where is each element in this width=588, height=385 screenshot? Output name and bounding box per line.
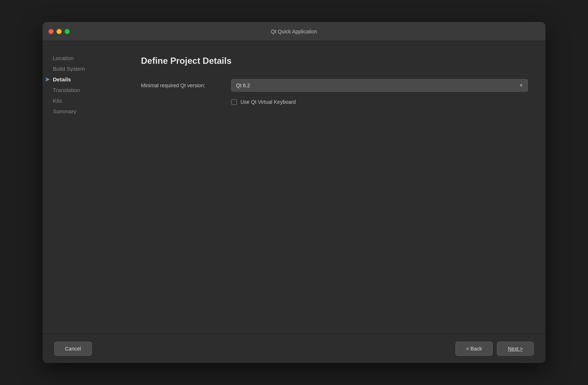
arrow-icon: ➤ bbox=[45, 76, 50, 83]
window-title: Qt Quick Application bbox=[271, 29, 317, 34]
minimize-button[interactable] bbox=[57, 29, 62, 34]
sidebar-item-translation[interactable]: Translation bbox=[53, 85, 123, 95]
next-button[interactable]: Next > bbox=[497, 342, 534, 356]
traffic-lights bbox=[48, 29, 70, 34]
virtual-keyboard-label: Use Qt Virtual Keyboard bbox=[240, 99, 296, 105]
cancel-button[interactable]: Cancel bbox=[54, 342, 92, 356]
sidebar-item-kits[interactable]: Kits bbox=[53, 95, 123, 106]
page-title: Define Project Details bbox=[141, 56, 528, 66]
title-bar: Qt Quick Application bbox=[43, 22, 545, 41]
footer: Cancel < Back Next > bbox=[43, 334, 545, 363]
qt-version-dropdown-container: Qt 6.2 Qt 6.1 Qt 6.0 Qt 5.15 ▼ bbox=[231, 79, 528, 92]
sidebar: Location Build System ➤ Details Translat… bbox=[43, 41, 123, 334]
sidebar-item-label: Details bbox=[53, 76, 71, 82]
qt-version-select[interactable]: Qt 6.2 Qt 6.1 Qt 6.0 Qt 5.15 bbox=[231, 79, 528, 92]
virtual-keyboard-row: Use Qt Virtual Keyboard bbox=[141, 99, 528, 105]
sidebar-item-label: Build System bbox=[53, 66, 85, 72]
sidebar-item-label: Translation bbox=[53, 87, 80, 93]
maximize-button[interactable] bbox=[65, 29, 70, 34]
sidebar-item-label: Kits bbox=[53, 98, 62, 104]
sidebar-item-details[interactable]: ➤ Details bbox=[53, 74, 123, 85]
content-area: Location Build System ➤ Details Translat… bbox=[43, 41, 545, 334]
sidebar-item-label: Location bbox=[53, 55, 74, 61]
close-button[interactable] bbox=[48, 29, 54, 34]
sidebar-item-build-system[interactable]: Build System bbox=[53, 63, 123, 74]
main-content: Define Project Details Minimal required … bbox=[123, 41, 545, 334]
back-button[interactable]: < Back bbox=[455, 342, 493, 356]
sidebar-item-summary[interactable]: Summary bbox=[53, 106, 123, 117]
main-window: Qt Quick Application Location Build Syst… bbox=[43, 22, 545, 363]
qt-version-row: Minimal required Qt version: Qt 6.2 Qt 6… bbox=[141, 79, 528, 92]
footer-right-buttons: < Back Next > bbox=[455, 342, 534, 356]
sidebar-item-label: Summary bbox=[53, 108, 76, 114]
qt-version-label: Minimal required Qt version: bbox=[141, 82, 225, 88]
sidebar-item-location[interactable]: Location bbox=[53, 53, 123, 63]
virtual-keyboard-checkbox[interactable] bbox=[231, 99, 237, 105]
